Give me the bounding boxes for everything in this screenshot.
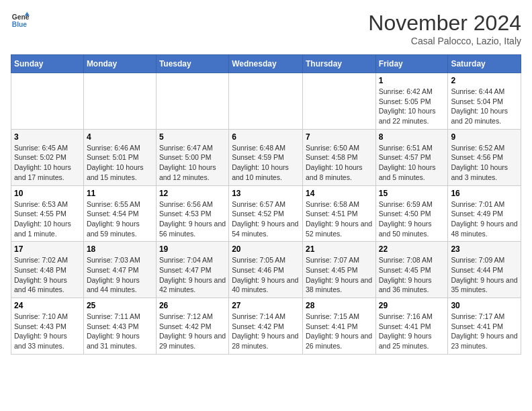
day-number: 29 (379, 301, 445, 310)
day-info: Sunrise: 6:57 AM Sunset: 4:52 PM Dayligh… (232, 199, 300, 239)
calendar-cell: 19Sunrise: 7:04 AM Sunset: 4:47 PM Dayli… (156, 242, 228, 298)
calendar-cell: 8Sunrise: 6:51 AM Sunset: 4:57 PM Daylig… (375, 129, 448, 185)
calendar-table: SundayMondayTuesdayWednesdayThursdayFrid… (11, 54, 521, 355)
weekday-header: Monday (83, 55, 156, 73)
calendar-subtitle: Casal Palocco, Lazio, Italy (368, 36, 521, 46)
day-number: 8 (379, 132, 445, 142)
calendar-week-row: 10Sunrise: 6:53 AM Sunset: 4:55 PM Dayli… (11, 185, 521, 242)
day-number: 12 (159, 189, 226, 198)
day-number: 26 (159, 301, 226, 310)
calendar-cell: 20Sunrise: 7:05 AM Sunset: 4:46 PM Dayli… (229, 242, 303, 298)
calendar-week-row: 24Sunrise: 7:10 AM Sunset: 4:43 PM Dayli… (11, 298, 521, 355)
day-info: Sunrise: 7:09 AM Sunset: 4:44 PM Dayligh… (451, 255, 518, 295)
day-info: Sunrise: 7:14 AM Sunset: 4:42 PM Dayligh… (232, 312, 300, 351)
calendar-cell (302, 73, 375, 130)
calendar-cell: 28Sunrise: 7:15 AM Sunset: 4:41 PM Dayli… (302, 298, 375, 355)
calendar-cell: 29Sunrise: 7:16 AM Sunset: 4:41 PM Dayli… (375, 298, 448, 355)
calendar-cell: 16Sunrise: 7:01 AM Sunset: 4:49 PM Dayli… (448, 185, 521, 242)
calendar-cell (83, 73, 156, 130)
calendar-cell: 15Sunrise: 6:59 AM Sunset: 4:50 PM Dayli… (375, 185, 448, 242)
day-number: 21 (306, 244, 373, 254)
day-number: 15 (379, 189, 445, 198)
day-number: 1 (379, 76, 445, 85)
calendar-cell: 10Sunrise: 6:53 AM Sunset: 4:55 PM Dayli… (11, 185, 84, 242)
calendar-cell: 5Sunrise: 6:47 AM Sunset: 5:00 PM Daylig… (156, 129, 228, 185)
calendar-cell: 7Sunrise: 6:50 AM Sunset: 4:58 PM Daylig… (302, 129, 375, 185)
day-number: 2 (451, 76, 518, 85)
logo: General Blue (11, 11, 30, 30)
calendar-week-row: 17Sunrise: 7:02 AM Sunset: 4:48 PM Dayli… (11, 242, 521, 298)
day-number: 7 (306, 132, 373, 142)
day-info: Sunrise: 6:52 AM Sunset: 4:56 PM Dayligh… (451, 143, 518, 183)
day-info: Sunrise: 7:04 AM Sunset: 4:47 PM Dayligh… (159, 255, 226, 295)
day-number: 19 (159, 244, 226, 254)
day-info: Sunrise: 7:10 AM Sunset: 4:43 PM Dayligh… (14, 312, 81, 351)
calendar-cell: 17Sunrise: 7:02 AM Sunset: 4:48 PM Dayli… (11, 242, 84, 298)
weekday-header: Saturday (448, 55, 521, 73)
day-info: Sunrise: 7:01 AM Sunset: 4:49 PM Dayligh… (451, 199, 518, 239)
day-number: 24 (14, 301, 81, 310)
calendar-cell: 25Sunrise: 7:11 AM Sunset: 4:43 PM Dayli… (83, 298, 156, 355)
calendar-cell: 1Sunrise: 6:42 AM Sunset: 5:05 PM Daylig… (375, 73, 448, 130)
logo-icon: General Blue (11, 11, 30, 30)
calendar-week-row: 3Sunrise: 6:45 AM Sunset: 5:02 PM Daylig… (11, 129, 521, 185)
day-number: 28 (306, 301, 373, 310)
day-number: 3 (14, 132, 81, 142)
day-info: Sunrise: 7:07 AM Sunset: 4:45 PM Dayligh… (306, 255, 373, 295)
day-number: 6 (232, 132, 300, 142)
day-info: Sunrise: 6:51 AM Sunset: 4:57 PM Dayligh… (379, 143, 445, 183)
weekday-header: Sunday (11, 55, 84, 73)
svg-text:Blue: Blue (12, 21, 28, 28)
day-number: 11 (87, 189, 153, 198)
calendar-cell (11, 73, 84, 130)
calendar-cell (229, 73, 303, 130)
calendar-cell: 6Sunrise: 6:48 AM Sunset: 4:59 PM Daylig… (229, 129, 303, 185)
calendar-header-row: SundayMondayTuesdayWednesdayThursdayFrid… (11, 55, 521, 73)
day-number: 4 (87, 132, 153, 142)
weekday-header: Tuesday (156, 55, 228, 73)
day-info: Sunrise: 6:50 AM Sunset: 4:58 PM Dayligh… (306, 143, 373, 183)
calendar-cell: 9Sunrise: 6:52 AM Sunset: 4:56 PM Daylig… (448, 129, 521, 185)
day-info: Sunrise: 7:12 AM Sunset: 4:42 PM Dayligh… (159, 312, 226, 351)
day-info: Sunrise: 7:16 AM Sunset: 4:41 PM Dayligh… (379, 312, 445, 351)
day-info: Sunrise: 6:59 AM Sunset: 4:50 PM Dayligh… (379, 199, 445, 239)
day-info: Sunrise: 6:44 AM Sunset: 5:04 PM Dayligh… (451, 87, 518, 126)
day-info: Sunrise: 6:56 AM Sunset: 4:53 PM Dayligh… (159, 199, 226, 239)
calendar-cell: 30Sunrise: 7:17 AM Sunset: 4:41 PM Dayli… (448, 298, 521, 355)
day-number: 23 (451, 244, 518, 254)
calendar-cell: 11Sunrise: 6:55 AM Sunset: 4:54 PM Dayli… (83, 185, 156, 242)
title-block: November 2024 Casal Palocco, Lazio, Ital… (368, 11, 521, 46)
day-number: 22 (379, 244, 445, 254)
calendar-cell: 27Sunrise: 7:14 AM Sunset: 4:42 PM Dayli… (229, 298, 303, 355)
day-info: Sunrise: 6:48 AM Sunset: 4:59 PM Dayligh… (232, 143, 300, 183)
calendar-cell: 22Sunrise: 7:08 AM Sunset: 4:45 PM Dayli… (375, 242, 448, 298)
day-info: Sunrise: 6:42 AM Sunset: 5:05 PM Dayligh… (379, 87, 445, 126)
day-info: Sunrise: 7:17 AM Sunset: 4:41 PM Dayligh… (451, 312, 518, 351)
day-info: Sunrise: 7:08 AM Sunset: 4:45 PM Dayligh… (379, 255, 445, 295)
weekday-header: Wednesday (229, 55, 303, 73)
day-info: Sunrise: 6:46 AM Sunset: 5:01 PM Dayligh… (87, 143, 153, 183)
day-number: 30 (451, 301, 518, 310)
weekday-header: Friday (375, 55, 448, 73)
calendar-cell: 24Sunrise: 7:10 AM Sunset: 4:43 PM Dayli… (11, 298, 84, 355)
calendar-week-row: 1Sunrise: 6:42 AM Sunset: 5:05 PM Daylig… (11, 73, 521, 130)
page-header: General Blue November 2024 Casal Palocco… (11, 11, 521, 46)
day-info: Sunrise: 6:55 AM Sunset: 4:54 PM Dayligh… (87, 199, 153, 239)
day-number: 16 (451, 189, 518, 198)
day-info: Sunrise: 6:45 AM Sunset: 5:02 PM Dayligh… (14, 143, 81, 183)
day-info: Sunrise: 7:02 AM Sunset: 4:48 PM Dayligh… (14, 255, 81, 295)
calendar-cell: 4Sunrise: 6:46 AM Sunset: 5:01 PM Daylig… (83, 129, 156, 185)
day-number: 10 (14, 189, 81, 198)
day-number: 25 (87, 301, 153, 310)
day-number: 5 (159, 132, 226, 142)
day-info: Sunrise: 7:03 AM Sunset: 4:47 PM Dayligh… (87, 255, 153, 295)
calendar-cell: 14Sunrise: 6:58 AM Sunset: 4:51 PM Dayli… (302, 185, 375, 242)
calendar-cell: 12Sunrise: 6:56 AM Sunset: 4:53 PM Dayli… (156, 185, 228, 242)
day-number: 17 (14, 244, 81, 254)
calendar-title: November 2024 (368, 11, 521, 36)
day-info: Sunrise: 6:53 AM Sunset: 4:55 PM Dayligh… (14, 199, 81, 239)
day-info: Sunrise: 7:05 AM Sunset: 4:46 PM Dayligh… (232, 255, 300, 295)
calendar-cell: 26Sunrise: 7:12 AM Sunset: 4:42 PM Dayli… (156, 298, 228, 355)
day-info: Sunrise: 6:47 AM Sunset: 5:00 PM Dayligh… (159, 143, 226, 183)
day-info: Sunrise: 6:58 AM Sunset: 4:51 PM Dayligh… (306, 199, 373, 239)
